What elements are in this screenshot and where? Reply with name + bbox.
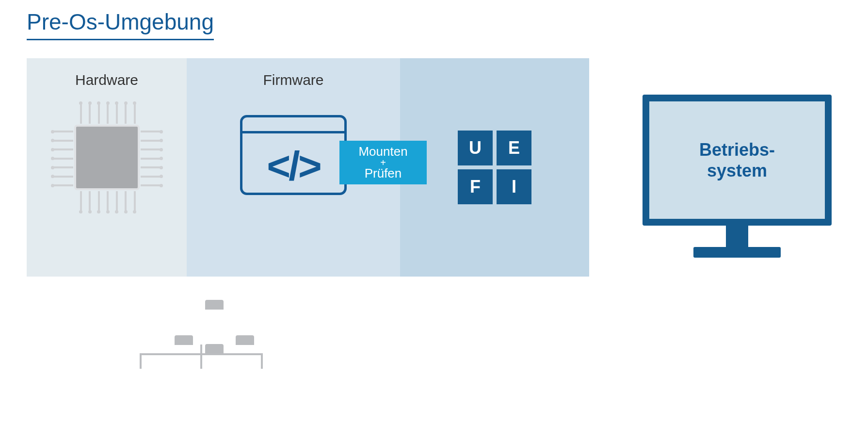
mount-line1: Mounten [358, 145, 407, 158]
filesystem-tree-icon [112, 301, 291, 354]
uefi-tile-f: F [458, 169, 493, 204]
cpu-chip-icon [50, 100, 164, 214]
uefi-tile-u: U [458, 131, 493, 165]
panel-hardware: Hardware [27, 58, 187, 277]
mount-line2: Prüfen [365, 167, 402, 180]
folder-connectors [112, 301, 291, 403]
panel-uefi: U E F I [400, 58, 589, 277]
diagram-title: Pre-Os-Umgebung [27, 9, 214, 40]
os-label-line2: system [707, 161, 767, 180]
os-label-line1: Betriebs- [699, 140, 775, 160]
code-glyph: </> [242, 139, 344, 193]
panel-hardware-label: Hardware [75, 72, 138, 88]
monitor-neck [726, 226, 748, 247]
code-window-icon: </> [240, 115, 347, 195]
mount-check-box: Mounten + Prüfen [339, 141, 427, 184]
panel-firmware-label: Firmware [263, 72, 324, 88]
monitor-screen: Betriebs- system [643, 95, 832, 226]
os-monitor: Betriebs- system [643, 95, 832, 258]
uefi-grid-icon: U E F I [458, 131, 531, 204]
monitor-base [693, 247, 781, 258]
uefi-tile-e: E [497, 131, 531, 165]
preos-stage: Hardware Firmware </> U E F I [27, 58, 589, 277]
uefi-tile-i: I [497, 169, 531, 204]
